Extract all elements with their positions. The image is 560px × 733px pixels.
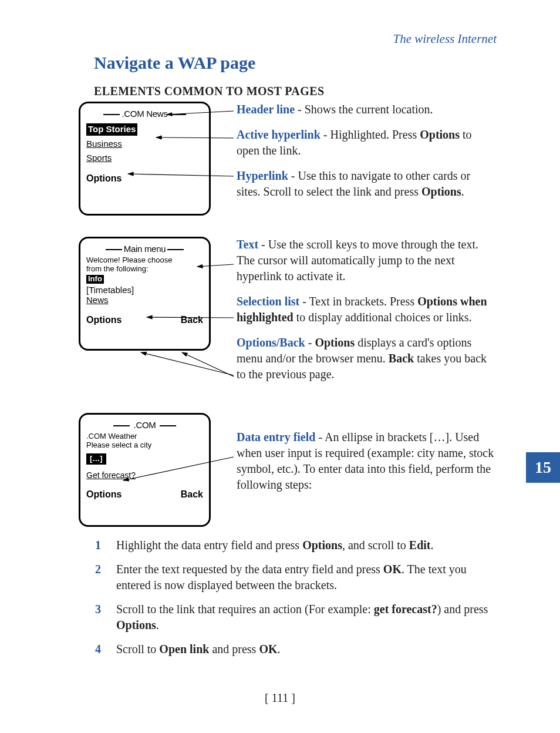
screen3-entry-field: […]	[86, 453, 106, 465]
desc-hyperlink: Hyperlink - Use this to navigate to othe…	[237, 168, 497, 200]
term-options-back: Options/Back	[237, 336, 305, 349]
screen2-line1: Welcome! Please choose	[86, 256, 203, 265]
step-2: 2 Enter the text requested by the data e…	[95, 561, 497, 593]
section-data-entry: .COM .COM Weather Please select a city […	[79, 413, 497, 527]
desc-text: Text - Use the scroll keys to move throu…	[237, 237, 497, 284]
heading-main: Navigate a WAP page	[94, 53, 497, 73]
screen1-link-sports: Sports	[86, 152, 203, 164]
screen2-softkey-options: Options	[86, 314, 122, 327]
screen3-line1: .COM Weather	[86, 432, 203, 441]
screen2-active: Info	[86, 275, 104, 284]
desc-options-back: Options/Back - Options displays a card's…	[237, 335, 497, 382]
screen1-softkey-options: Options	[86, 172, 122, 185]
section-header-active-hyperlink: .COM News Top Stories Business Sports Op…	[79, 102, 497, 216]
desc-selection-list: Selection list - Text in brackets. Press…	[237, 294, 497, 325]
screen3-title: .COM	[134, 420, 156, 430]
page: The wireless Internet Navigate a WAP pag…	[0, 0, 560, 733]
screen1-title: .COM News	[122, 109, 167, 119]
step-4: 4 Scroll to Open link and press OK.	[95, 641, 497, 657]
step-3: 3 Scroll to the link that requires an ac…	[95, 601, 497, 633]
screen1-link-business: Business	[86, 138, 203, 150]
body-header-line: - Shows the current location.	[295, 103, 433, 116]
desc-header-line: Header line - Shows the current location…	[237, 102, 497, 117]
term-header-line: Header line	[237, 103, 295, 116]
screen3-line2: Please select a city	[86, 441, 203, 450]
term-text: Text	[237, 238, 258, 251]
term-active-hyperlink: Active hyperlink	[237, 128, 321, 141]
heading-sub: ELEMENTS COMMON TO MOST PAGES	[94, 85, 497, 98]
screen2-softkey-back: Back	[181, 314, 203, 327]
term-hyperlink: Hyperlink	[237, 169, 288, 182]
term-data-entry: Data entry field	[237, 431, 315, 443]
screen3-softkey-back: Back	[181, 488, 203, 501]
phone-screen-1: .COM News Top Stories Business Sports Op…	[79, 102, 211, 216]
steps-list: 1 Highlight the data entry field and pre…	[95, 537, 497, 657]
screen2-line2: from the following:	[86, 265, 203, 274]
term-selection-list: Selection list	[237, 295, 299, 308]
running-header: The wireless Internet	[393, 32, 497, 46]
step-1: 1 Highlight the data entry field and pre…	[95, 537, 497, 553]
phone-screen-2: Main menu Welcome! Please choose from th…	[79, 237, 211, 351]
desc-active-hyperlink: Active hyperlink - Highlighted. Press Op…	[237, 127, 497, 159]
screen2-link-news: News	[86, 295, 203, 305]
section-text-selection-options: Main menu Welcome! Please choose from th…	[79, 237, 497, 392]
chapter-tab: 15	[525, 452, 560, 483]
phone-screen-3: .COM .COM Weather Please select a city […	[79, 413, 211, 527]
screen2-title: Main menu	[124, 244, 166, 254]
screen3-link-forecast: Get forecast?	[86, 470, 203, 480]
screen1-active-link: Top Stories	[86, 123, 137, 135]
page-number: [ 111 ]	[0, 691, 560, 705]
desc-data-entry: Data entry field - An ellipse in bracket…	[237, 429, 497, 493]
screen2-selection-list: [Timetables]	[86, 285, 203, 295]
screen3-softkey-options: Options	[86, 488, 122, 501]
